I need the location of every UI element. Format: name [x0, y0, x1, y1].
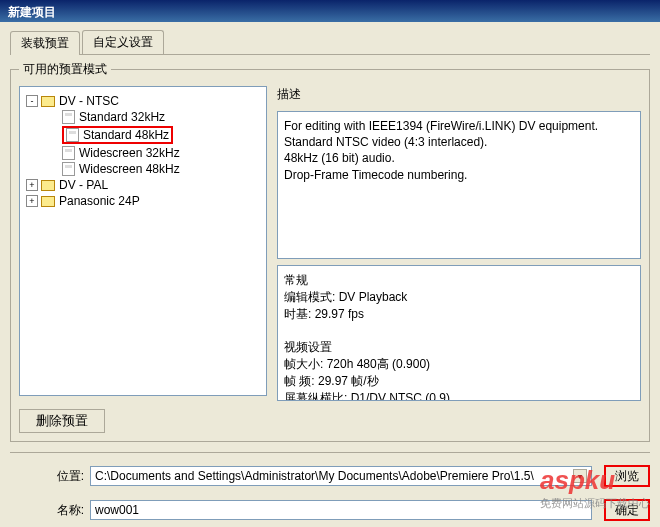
description-column: 描述 For editing with IEEE1394 (FireWire/i…	[277, 86, 641, 401]
selected-highlight: Standard 48kHz	[62, 126, 173, 144]
tree-label: DV - NTSC	[59, 94, 119, 108]
name-label: 名称:	[40, 502, 84, 519]
tree-preset-wide32[interactable]: Widescreen 32kHz	[26, 145, 260, 161]
preset-icon	[62, 162, 75, 176]
location-row: 位置: C:\Documents and Settings\Administra…	[10, 465, 650, 487]
tree-label: Widescreen 32kHz	[79, 146, 180, 160]
delete-preset-button[interactable]: 删除预置	[19, 409, 105, 433]
preset-legend: 可用的预置模式	[19, 61, 111, 78]
dialog-content: 装载预置 自定义设置 可用的预置模式 - DV - NTSC Standard …	[0, 22, 660, 527]
folder-icon	[41, 96, 55, 107]
name-row: 名称: 确定	[10, 499, 650, 521]
tree-preset-wide48[interactable]: Widescreen 48kHz	[26, 161, 260, 177]
browse-button[interactable]: 浏览	[604, 465, 650, 487]
expand-icon[interactable]: +	[26, 195, 38, 207]
tree-label: Panasonic 24P	[59, 194, 140, 208]
location-combobox[interactable]: C:\Documents and Settings\Administrator\…	[90, 466, 592, 486]
window-title: 新建项目	[8, 5, 56, 19]
preset-tree[interactable]: - DV - NTSC Standard 32kHz Standard 48kH…	[19, 86, 267, 396]
preset-icon	[62, 146, 75, 160]
expand-icon[interactable]: +	[26, 179, 38, 191]
tab-bar: 装载预置 自定义设置	[10, 30, 650, 55]
tab-load-preset[interactable]: 装载预置	[10, 31, 80, 55]
tree-preset-std48[interactable]: Standard 48kHz	[26, 125, 260, 145]
tree-folder-dv-ntsc[interactable]: - DV - NTSC	[26, 93, 260, 109]
tab-custom-settings[interactable]: 自定义设置	[82, 30, 164, 54]
title-bar: 新建项目	[0, 0, 660, 22]
name-input[interactable]	[90, 500, 592, 520]
tree-preset-std32[interactable]: Standard 32kHz	[26, 109, 260, 125]
ok-button[interactable]: 确定	[604, 499, 650, 521]
tree-label: Standard 32kHz	[79, 110, 165, 124]
footer-panel: 位置: C:\Documents and Settings\Administra…	[10, 452, 650, 521]
tree-label: DV - PAL	[59, 178, 108, 192]
folder-icon	[41, 196, 55, 207]
preset-icon	[66, 128, 79, 142]
location-value: C:\Documents and Settings\Administrator\…	[95, 469, 534, 483]
description-textarea[interactable]: For editing with IEEE1394 (FireWire/i.LI…	[277, 111, 641, 259]
tree-folder-panasonic[interactable]: + Panasonic 24P	[26, 193, 260, 209]
description-label: 描述	[277, 86, 641, 103]
tree-folder-dv-pal[interactable]: + DV - PAL	[26, 177, 260, 193]
preset-fieldset: 可用的预置模式 - DV - NTSC Standard 32kHz Stand…	[10, 61, 650, 442]
chevron-down-icon[interactable]: ▾	[573, 469, 587, 483]
spec-textarea[interactable]: 常规 编辑模式: DV Playback 时基: 29.97 fps 视频设置 …	[277, 265, 641, 401]
tree-label: Standard 48kHz	[83, 128, 169, 142]
location-label: 位置:	[40, 468, 84, 485]
preset-icon	[62, 110, 75, 124]
collapse-icon[interactable]: -	[26, 95, 38, 107]
tree-label: Widescreen 48kHz	[79, 162, 180, 176]
folder-icon	[41, 180, 55, 191]
